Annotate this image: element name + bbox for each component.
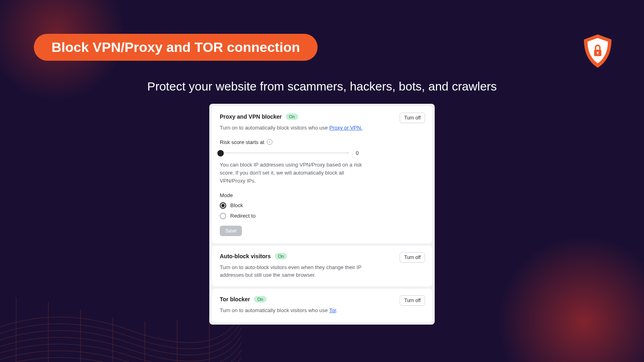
tor-turn-off-button[interactable]: Turn off — [400, 295, 425, 306]
tor-desc-prefix: Turn on to automatically block visitors … — [220, 307, 329, 313]
mode-label: Mode — [220, 192, 424, 198]
proxy-card-title: Proxy and VPN blocker — [220, 113, 282, 120]
tor-card-header: Tor blocker On — [220, 296, 424, 302]
proxy-turn-off-button[interactable]: Turn off — [400, 113, 425, 123]
mode-redirect-label: Redirect to — [230, 213, 256, 219]
slider-thumb[interactable] — [217, 150, 224, 156]
mode-block-row[interactable]: Block — [220, 202, 424, 209]
mode-redirect-row[interactable]: Redirect to — [220, 213, 424, 219]
proxy-vpn-card: Proxy and VPN blocker On Turn off Turn o… — [212, 106, 432, 243]
status-badge: On — [254, 296, 266, 302]
settings-panel: Proxy and VPN blocker On Turn off Turn o… — [209, 104, 435, 325]
auto-block-card: Auto-block visitors On Turn off Turn on … — [212, 246, 432, 286]
auto-card-title: Auto-block visitors — [220, 253, 271, 259]
auto-turn-off-button[interactable]: Turn off — [400, 252, 425, 263]
bg-glow-bottom-right — [483, 221, 644, 362]
mode-block-label: Block — [230, 202, 243, 208]
page-title-pill: Block VPN/Proxy and TOR connection — [34, 34, 318, 61]
proxy-desc-text: Turn on to automatically block visitors … — [220, 125, 329, 131]
risk-help-text: You can block IP addresses using VPN/Pro… — [220, 161, 365, 185]
save-button[interactable]: Save — [220, 226, 242, 236]
tor-card-desc: Turn on to automatically block visitors … — [220, 306, 365, 315]
risk-score-slider[interactable] — [220, 152, 349, 153]
shield-lock-icon — [580, 33, 616, 69]
page-subtitle: Protect your website from scammers, hack… — [0, 80, 644, 93]
proxy-card-desc: Turn on to automatically block visitors … — [220, 124, 365, 132]
bg-wireframe-lines — [0, 241, 242, 362]
svg-rect-10 — [597, 53, 598, 55]
auto-card-header: Auto-block visitors On — [220, 253, 424, 259]
proxy-card-header: Proxy and VPN blocker On — [220, 113, 424, 120]
radio-block[interactable] — [220, 202, 226, 209]
tor-desc-suffix: . — [336, 307, 338, 313]
risk-slider-row: 0 — [220, 150, 424, 156]
proxy-vpn-link[interactable]: Proxy or VPN. — [329, 125, 362, 131]
tor-card-title: Tor blocker — [220, 296, 250, 302]
radio-redirect[interactable] — [220, 213, 226, 219]
status-badge: On — [275, 253, 287, 259]
page-title: Block VPN/Proxy and TOR connection — [52, 39, 300, 55]
status-badge: On — [286, 113, 298, 120]
tor-card: Tor blocker On Turn off Turn on to autom… — [212, 289, 432, 323]
risk-score-value: 0 — [356, 150, 359, 156]
tor-link[interactable]: Tor — [329, 307, 336, 313]
auto-card-desc: Turn on to auto-block visitors even when… — [220, 263, 365, 279]
risk-score-label-row: Risk score starts at i — [220, 139, 424, 145]
info-icon[interactable]: i — [267, 139, 272, 145]
risk-score-label: Risk score starts at — [220, 139, 264, 145]
